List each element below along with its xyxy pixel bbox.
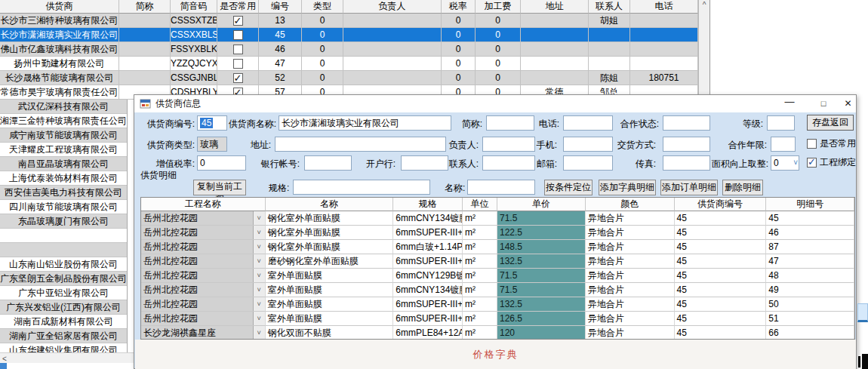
list-item[interactable]: 武汉亿深科技有限公司	[0, 100, 127, 114]
add-order-detail-button[interactable]: 添加订单明细	[660, 180, 718, 195]
maximize-button[interactable]: □	[812, 95, 835, 112]
close-button[interactable]: ✕	[839, 95, 857, 112]
color-cell[interactable]: 异地合片	[586, 312, 675, 326]
spec-cell[interactable]: 6mm白玻+1.14PVB+6mm...	[393, 240, 463, 254]
detail-id-cell[interactable]: 87	[766, 240, 854, 254]
list-item[interactable]: 广东中亚铝业有限公司	[0, 286, 127, 300]
supplier-id-cell[interactable]: 45	[675, 269, 767, 283]
list-item[interactable]: 东晶玻璃厦门有限公司	[0, 214, 127, 229]
spec-filter-input[interactable]	[293, 180, 430, 195]
detail-id-cell[interactable]: 45	[766, 211, 854, 226]
name-cell[interactable]: 室外单面贴膜	[266, 283, 394, 297]
name-cell[interactable]: 钢化双面不贴膜	[266, 326, 394, 340]
unit-cell[interactable]: m²	[463, 326, 497, 340]
name-cell[interactable]: 钢化室外单面贴膜	[266, 240, 394, 254]
color-cell[interactable]: 异地合片	[586, 240, 675, 254]
project-combo[interactable]: 岳州北控花园˅	[141, 297, 266, 312]
detail-grid-row[interactable]: 岳州北控花园˅室外单面贴膜6mmCNY129B镀膜钢化m²71.5异地合片454…	[141, 269, 854, 283]
dialog-titlebar[interactable]: 供货商信息 — □ ✕	[134, 95, 856, 112]
locate-by-condition-button[interactable]: 按条件定位	[544, 180, 593, 195]
list-item[interactable]: 天津耀皮工程玻璃有限公司	[0, 143, 127, 157]
supplier-id-cell[interactable]: 45	[675, 240, 767, 254]
supplier-id-cell[interactable]: 45	[675, 211, 767, 226]
common-checkbox[interactable]	[233, 59, 243, 69]
supplier-name-input[interactable]: 长沙市潇湘玻璃实业有限公司	[279, 115, 451, 131]
price-cell[interactable]: 148.5	[497, 240, 586, 254]
grid-column-header[interactable]: 单位	[463, 198, 497, 211]
detail-grid-row[interactable]: 岳州北控花园˅室外单面贴膜6mmCNY134镀膜钢化m²71.5异地合片4549	[141, 283, 854, 297]
detail-grid-row[interactable]: 岳州北控花园˅室外单面贴膜6mmSUPER-III+12A(硅...m²132.…	[141, 297, 854, 312]
price-cell[interactable]: 71.5	[497, 269, 586, 283]
price-cell[interactable]: 132.5	[497, 254, 586, 269]
supplier-row[interactable]: 长沙市潇湘玻璃实业有限公司CSSXXBLSY...45000	[0, 28, 709, 42]
column-header[interactable]: 地址	[521, 0, 589, 14]
unit-cell[interactable]: m²	[463, 240, 497, 254]
coop-status-input[interactable]	[663, 115, 710, 131]
supplier-row[interactable]: 长沙市三湘特种玻璃有限公司CSSSXTZBL...13000胡姐	[0, 14, 709, 28]
supplier-id-cell[interactable]: 45	[675, 297, 767, 312]
column-header[interactable]: 联系人	[589, 0, 630, 14]
price-cell[interactable]: 132.5	[497, 297, 586, 312]
supplier-id-cell[interactable]: 45	[675, 312, 767, 326]
list-item[interactable]: 咸宁南玻节能玻璃有限公司	[0, 128, 127, 143]
price-cell[interactable]: 122.5	[497, 226, 586, 240]
project-combo[interactable]: 岳州北控花园˅	[141, 283, 266, 297]
detail-grid-row[interactable]: 长沙龙湖祺鑫星座˅钢化双面不贴膜6mmPLE84+12A(硅酮胶...m²120…	[141, 326, 854, 340]
list-item[interactable]: 湘潭三金特种玻璃有限责任公司	[0, 114, 127, 128]
list-item[interactable]: 南昌亚晶玻璃有限公司	[0, 157, 127, 171]
list-item[interactable]: 山东南山铝业股份有限公司	[0, 257, 127, 272]
common-checkbox[interactable]	[233, 30, 243, 40]
list-item[interactable]: 广东坚朗五金制品股份有限公司	[0, 272, 127, 286]
color-cell[interactable]: 异地合片	[586, 226, 675, 240]
supplier-id-cell[interactable]: 45	[675, 326, 767, 340]
spec-cell[interactable]: 6mmCNY134镀膜钢化	[393, 283, 463, 297]
column-header[interactable]: 供货商	[0, 0, 119, 14]
name-cell[interactable]: 室外单面贴膜	[266, 297, 394, 312]
supplier-id-cell[interactable]: 45	[675, 226, 767, 240]
spec-cell[interactable]: 6mmSUPER-III+12A(硅...	[393, 254, 463, 269]
name-cell[interactable]: 钢化室外单面贴膜	[266, 211, 394, 226]
list-item[interactable]: 西安佳吉美电力科技有限公司	[0, 186, 127, 200]
detail-id-cell[interactable]: 49	[766, 283, 854, 297]
detail-id-cell[interactable]: 51	[766, 312, 854, 326]
list-item[interactable]: 四川南玻节能玻璃有限公司	[0, 200, 127, 214]
unit-cell[interactable]: m²	[463, 283, 497, 297]
project-combo[interactable]: 长沙龙湖祺鑫星座˅	[141, 326, 266, 340]
project-combo[interactable]: 岳州北控花园˅	[141, 226, 266, 240]
project-combo[interactable]: 岳州北控花园˅	[141, 211, 266, 226]
grid-column-header[interactable]: 明细号	[766, 198, 854, 211]
spec-cell[interactable]: 6mmSUPER-III+12A(硅...	[393, 312, 463, 326]
list-item[interactable]: 山东华建铝业集团有限公司	[0, 343, 127, 352]
detail-id-cell[interactable]: 47	[766, 254, 854, 269]
supplier-table-vscrollbar[interactable]: ^	[698, 0, 709, 99]
price-cell[interactable]: 126.5	[497, 312, 586, 326]
common-checkbox[interactable]	[233, 16, 243, 26]
detail-grid-row[interactable]: 岳州北控花园˅钢化室外单面贴膜6mmSUPER-III+12A(硅...m²12…	[141, 226, 854, 240]
price-cell[interactable]: 71.5	[497, 211, 586, 226]
grid-column-header[interactable]: 规格	[393, 198, 463, 211]
detail-id-cell[interactable]: 66	[766, 326, 854, 340]
scroll-left-arrow[interactable]: <	[0, 355, 7, 363]
name-filter-input[interactable]	[467, 180, 535, 195]
project-combo[interactable]: 岳州北控花园˅	[141, 312, 266, 326]
column-header[interactable]: 负责人	[343, 0, 442, 14]
color-cell[interactable]: 异地合片	[586, 211, 675, 226]
detail-id-cell[interactable]: 48	[766, 269, 854, 283]
project-combo[interactable]: 岳州北控花园˅	[141, 269, 266, 283]
spec-cell[interactable]: 6mmCNY129B镀膜钢化	[393, 269, 463, 283]
color-cell[interactable]: 异地合片	[586, 326, 675, 340]
horizontal-scrollbar[interactable]: <	[0, 352, 134, 363]
color-cell[interactable]: 异地合片	[586, 269, 675, 283]
column-header[interactable]: 电话	[630, 0, 698, 14]
project-bind-checkbox[interactable]: 工程绑定	[807, 156, 856, 169]
fax-input[interactable]	[663, 155, 710, 171]
supplier-type-input[interactable]: 玻璃	[197, 137, 227, 152]
address-input[interactable]	[275, 137, 446, 152]
common-checkbox[interactable]	[233, 73, 243, 83]
price-cell[interactable]: 71.5	[497, 283, 586, 297]
list-item[interactable]: 上海优泰装饰材料有限公司	[0, 171, 127, 186]
supplier-row[interactable]: 长沙晟格节能玻璃有限公司CSSGJNBLYXGS52000陈姐180751	[0, 71, 709, 85]
spec-cell[interactable]: 6mmSUPER-III+12A(硅...	[393, 226, 463, 240]
column-header[interactable]: 简称	[119, 0, 171, 14]
add-dictionary-detail-button[interactable]: 添加字典明细	[599, 180, 656, 195]
